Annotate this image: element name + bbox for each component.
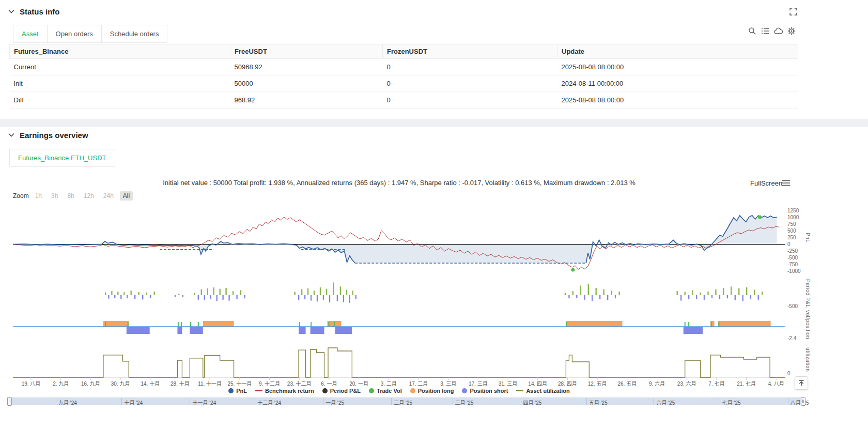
period-pnl-bar — [592, 295, 593, 301]
legend-item[interactable]: PnL — [228, 388, 247, 394]
period-pnl-bar — [618, 292, 619, 295]
legend-item[interactable]: Position short — [462, 388, 508, 394]
zoom-24h-button[interactable]: 24h — [100, 191, 117, 201]
earnings-title: Earnings overview — [20, 131, 88, 140]
x-tick-label: 17. 三月 — [469, 381, 488, 387]
y-tick-label: -2.4 — [787, 335, 797, 341]
period-pnl-bar — [346, 289, 347, 295]
x-tick-label: 28. 四月 — [558, 381, 577, 387]
trade-marker — [758, 216, 762, 219]
period-pnl-bar — [207, 288, 208, 295]
period-pnl-bar — [568, 295, 569, 298]
period-pnl-bar — [762, 292, 763, 295]
period-pnl-bar — [117, 292, 118, 295]
zoom-3h-button[interactable]: 3h — [48, 191, 61, 201]
position-long-block — [566, 321, 622, 327]
y-tick-label: 0 — [787, 241, 791, 247]
zoom-1h-button[interactable]: 1h — [32, 191, 45, 201]
cloud-icon[interactable] — [774, 27, 783, 35]
collapse-chevron-icon[interactable] — [8, 133, 14, 138]
period-pnl-bar — [611, 291, 612, 295]
chart-menu-icon[interactable] — [782, 179, 790, 188]
navigator-gridline — [720, 398, 720, 405]
period-pnl-bar — [738, 288, 739, 295]
navigator-month-label: 九月 '24 — [58, 399, 77, 406]
expand-icon[interactable] — [789, 8, 797, 18]
legend-item[interactable]: Asset utilization — [516, 388, 569, 394]
legend-item[interactable]: Benchmark return — [255, 388, 314, 394]
y-tick-label: -500 — [787, 255, 798, 261]
search-icon[interactable] — [748, 27, 756, 35]
chart-navigator[interactable]: 九月 '24十月 '24十一月 '24十二月 '24一月 '25二月 '25三月… — [9, 398, 803, 405]
legend-item[interactable]: Position long — [410, 388, 454, 394]
fullscreen-button[interactable]: FullScreen — [750, 179, 782, 187]
navigator-gridline — [654, 398, 654, 405]
period-pnl-bar — [584, 295, 585, 300]
position-short-block — [684, 327, 703, 334]
navigator-gridline — [255, 398, 255, 405]
legend-label: Benchmark return — [265, 388, 314, 394]
x-tick-label: 21. 七月 — [737, 381, 756, 387]
cell-frozen-diff: 0 — [383, 92, 557, 109]
navigator-month-label: 十月 '24 — [124, 399, 143, 406]
zoom-12h-button[interactable]: 12h — [81, 191, 97, 201]
legend-item[interactable]: Period P&L — [322, 388, 361, 394]
period-pnl-bar — [615, 295, 616, 298]
period-pnl-bar — [320, 287, 321, 295]
period-pnl-bar — [108, 295, 109, 299]
period-pnl-bar — [131, 291, 132, 295]
tab-futures-binance-eth-usdt[interactable]: Futures_Binance.ETH_USDT — [9, 149, 115, 167]
x-tick-label: 7. 七月 — [708, 381, 724, 387]
earnings-chart[interactable]: 125010007505002500-250-500-750-1000-500-… — [0, 204, 868, 390]
tab-schedule-orders[interactable]: Schedule orders — [102, 25, 167, 42]
x-tick-label: 26. 五月 — [617, 381, 637, 387]
position-long-block — [718, 321, 771, 327]
period-pnl-bar — [723, 288, 724, 295]
pnl-area — [13, 216, 777, 263]
x-tick-label: 4. 八月 — [768, 381, 784, 387]
period-pnl-bar — [715, 289, 716, 295]
tab-asset[interactable]: Asset — [13, 25, 48, 42]
navigator-gridline — [190, 398, 190, 405]
period-pnl-bar — [677, 291, 678, 295]
position-short-block — [127, 327, 150, 334]
period-pnl-bar — [146, 293, 147, 295]
period-pnl-bar — [182, 295, 183, 297]
legend-item[interactable]: Trade Vol — [369, 388, 402, 394]
col-header-account: Futures_Binance — [10, 44, 230, 59]
zoom-all-button[interactable]: All — [120, 191, 133, 201]
status-info-header: Status info — [0, 7, 60, 16]
period-pnl-bar — [323, 295, 324, 300]
cell-update-init: 2024-08-11 00:00:00 — [557, 75, 798, 92]
navigator-left-handle[interactable] — [7, 397, 12, 406]
x-tick-label: 3. 二月 — [381, 381, 397, 387]
period-pnl-bar — [178, 294, 179, 295]
y-tick-label: -750 — [787, 262, 798, 267]
navigator-gridline — [391, 398, 392, 405]
y-tick-label: 1000 — [787, 215, 799, 220]
zoom-8h-button[interactable]: 8h — [64, 191, 77, 201]
cell-frozen-current: 0 — [383, 59, 557, 75]
legend-symbol — [410, 388, 415, 393]
period-pnl-bar — [711, 295, 712, 298]
navigator-right-handle[interactable] — [801, 397, 805, 406]
gear-icon[interactable] — [787, 27, 796, 35]
axis-label-pnl: PnL — [805, 233, 811, 242]
list-icon[interactable] — [761, 27, 769, 35]
status-info-title: Status info — [20, 7, 60, 16]
row-label-current[interactable]: Current — [10, 59, 230, 75]
period-pnl-bar — [311, 295, 312, 301]
period-pnl-bar — [343, 295, 344, 302]
period-pnl-bar — [599, 295, 600, 299]
legend-symbol — [228, 388, 234, 393]
period-pnl-bar — [111, 291, 112, 295]
period-pnl-bar — [317, 295, 318, 301]
period-pnl-bar — [580, 286, 581, 296]
scroll-top-button[interactable] — [795, 376, 808, 390]
zoom-controls: Zoom 1h 3h 8h 12h 24h All — [13, 191, 133, 201]
chart-legend: PnLBenchmark returnPeriod P&LTrade VolPo… — [13, 388, 785, 394]
navigator-gridline — [586, 398, 587, 405]
period-pnl-bar — [603, 289, 605, 295]
collapse-chevron-icon[interactable] — [8, 9, 14, 14]
tab-open-orders[interactable]: Open orders — [48, 25, 102, 42]
